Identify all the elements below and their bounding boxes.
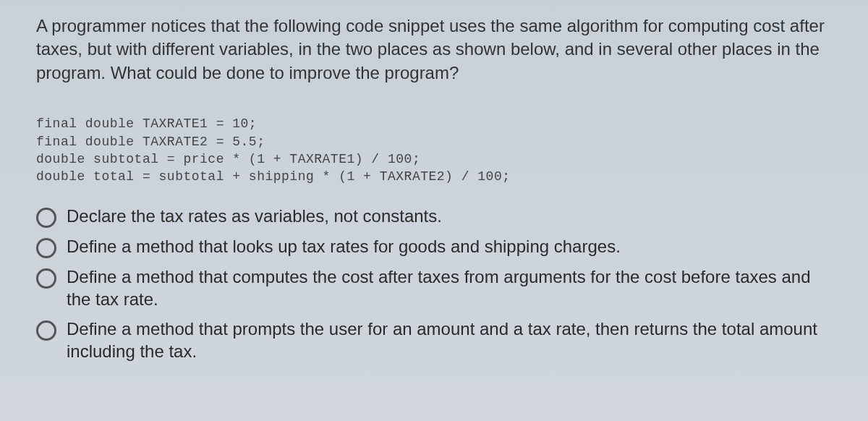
code-snippet: final double TAXRATE1 = 10; final double… (36, 98, 832, 185)
code-line: double subtotal = price * (1 + TAXRATE1)… (36, 152, 420, 166)
option-label: Declare the tax rates as variables, not … (67, 205, 442, 227)
radio-icon[interactable] (36, 268, 56, 289)
radio-icon[interactable] (36, 320, 56, 341)
option-a[interactable]: Declare the tax rates as variables, not … (36, 205, 832, 228)
option-label: Define a method that computes the cost a… (67, 265, 832, 310)
code-line: double total = subtotal + shipping * (1 … (36, 169, 511, 184)
option-d[interactable]: Define a method that prompts the user fo… (36, 318, 832, 362)
radio-icon[interactable] (36, 238, 56, 258)
answer-options: Declare the tax rates as variables, not … (36, 205, 832, 363)
code-line: final double TAXRATE2 = 5.5; (36, 135, 265, 149)
option-label: Define a method that looks up tax rates … (67, 235, 621, 258)
option-label: Define a method that prompts the user fo… (67, 318, 832, 362)
option-c[interactable]: Define a method that computes the cost a… (36, 265, 832, 310)
code-line: final double TAXRATE1 = 10; (36, 116, 257, 131)
question-prompt: A programmer notices that the following … (36, 14, 832, 85)
radio-icon[interactable] (36, 208, 56, 228)
option-b[interactable]: Define a method that looks up tax rates … (36, 235, 832, 258)
